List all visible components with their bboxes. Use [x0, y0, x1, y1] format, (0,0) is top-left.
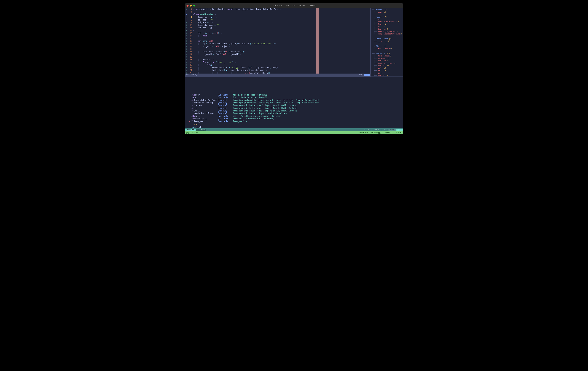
- editor-statusline: toolbox.py 16% 7:1: [185, 74, 370, 76]
- vista-item[interactable]: ├── render_to_string:4: [371, 31, 403, 33]
- vista-item[interactable]: └─▸ Variable [20]: [371, 52, 403, 55]
- fzf-prompt[interactable]: coc> fro: [185, 126, 403, 128]
- code-line[interactable]: +13 def __init__(self):¬: [185, 32, 370, 34]
- code-line[interactable]: +24 ¦ for ext in ['html', 'txt']:¬: [185, 61, 370, 64]
- code-line[interactable]: +10 template_name = ''¬: [185, 24, 370, 26]
- vista-item[interactable]: └── __init__:13: [371, 40, 403, 43]
- zoom-icon[interactable]: [193, 5, 195, 7]
- bottom-statusline: TERMINAL 16;#FZF — unix | utf-8 | fzf 10…: [185, 128, 403, 131]
- vista-item[interactable]: └─▸ Constructor [1]: [371, 38, 403, 40]
- fzf-prompt-label: coc>: [191, 126, 196, 128]
- fzf-result[interactable]: 3:Mail[Module] from sendgrid.helpers.mai…: [191, 107, 401, 109]
- window-title: ターミナル — tmux new-session — 208×55: [273, 4, 315, 7]
- mode-indicator: TERMINAL: [185, 129, 196, 131]
- fzf-result[interactable]: 4:TemplateDoesNotExist[Module] from djan…: [191, 99, 401, 101]
- vista-item[interactable]: ├── Email:3: [371, 23, 403, 26]
- code-line[interactable]: ~6class EmailSender:¬: [185, 13, 370, 16]
- code-line[interactable]: +25 ¦ ¦ try:¬: [185, 64, 370, 66]
- vista-item[interactable]: ├── to_email:8: [371, 57, 403, 60]
- fzf-result[interactable]: 3:Content[Module] from sendgrid.helpers.…: [191, 104, 401, 107]
- vista-item[interactable]: ├── self:13: [371, 67, 403, 69]
- terminal[interactable]: +4from django.template.loader import ren…: [185, 8, 403, 134]
- terminal-window: ターミナル — tmux new-session — 208×55 +4from…: [185, 3, 403, 134]
- tmux-statusline[interactable]: [0] 1:nvim* "app: vim toolboxapp/t" 07:5…: [185, 131, 403, 134]
- vista-item[interactable]: ├── self:16: [371, 69, 403, 72]
- tmux-right: "app: vim toolboxapp/t" 07:54 27- 3-1919: [359, 132, 402, 134]
- tmux-left[interactable]: [0] 1:nvim*: [186, 132, 198, 134]
- titlebar[interactable]: ターミナル — tmux new-session — 208×55: [185, 3, 403, 8]
- vista-item[interactable]: [371, 43, 403, 45]
- vista-item[interactable]: [371, 35, 403, 38]
- vista-item[interactable]: └─▸ Method [1]: [371, 9, 403, 11]
- buffer-name: toolbox.py: [185, 74, 357, 76]
- vista-item[interactable]: └─▸ Module [7]: [371, 16, 403, 18]
- fzf-result[interactable]: 2:SendGridAPIClient[Module] from sendgri…: [191, 112, 401, 115]
- fzf-result[interactable]: > 7:from_email[Variable] from_email = '': [191, 120, 401, 123]
- fzf-count: 11/30: [185, 123, 403, 126]
- code-line[interactable]: 5¬: [185, 11, 370, 13]
- code-line[interactable]: ~8 to_email = ''¬: [185, 19, 370, 21]
- vista-item[interactable]: ├── Content:3: [371, 28, 403, 31]
- code-line[interactable]: +18 ¦ subject = self.subject¬: [185, 45, 370, 48]
- vista-item[interactable]: ├── sg:17: [371, 72, 403, 74]
- minimize-icon[interactable]: [190, 5, 192, 7]
- traffic-lights: [187, 5, 195, 7]
- vista-item[interactable]: [371, 13, 403, 16]
- code-line[interactable]: +27 ¦ ¦ ¦ bodies[ext] = render_to_string…: [185, 69, 370, 72]
- vista-item[interactable]: └── send:16: [371, 11, 403, 13]
- vista-item[interactable]: ├── context:11: [371, 65, 403, 67]
- code-line[interactable]: +23 ¦ bodies = {}¬: [185, 58, 370, 61]
- vista-item[interactable]: ├── template_name:10: [371, 62, 403, 65]
- fzf-input[interactable]: fro: [196, 126, 200, 128]
- vista-item[interactable]: ├── os:1: [371, 18, 403, 21]
- vista-pane[interactable]: └─▸ Method [1] └── send:16 └─▸ Module [7…: [370, 8, 403, 76]
- code-line[interactable]: +15¬: [185, 37, 370, 40]
- editor-pane[interactable]: +4from django.template.loader import ren…: [185, 8, 370, 76]
- vista-item[interactable]: ├── subject:18: [371, 74, 403, 76]
- cursor-pos: 7:1: [364, 74, 370, 76]
- cursor-icon: [200, 126, 201, 128]
- vista-item[interactable]: ├── SendGridAPIClient:2: [371, 21, 403, 23]
- close-icon[interactable]: [187, 5, 189, 7]
- vista-item[interactable]: ├── subject:9: [371, 60, 403, 62]
- code-line[interactable]: +14 ¦ pass¬: [185, 34, 370, 37]
- code-line[interactable]: +9 subject = ''¬: [185, 21, 370, 24]
- vista-item[interactable]: └─▸ Class [1]: [371, 45, 403, 48]
- fzf-result[interactable]: 3:Email[Module] from sendgrid.helpers.ma…: [191, 109, 401, 112]
- fzf-pane[interactable]: 35:body[Variable] for t, body in bodies.…: [185, 76, 403, 131]
- fzf-result[interactable]: 35:t[Variable] for t, body in bodies.ite…: [191, 96, 401, 99]
- vista-item[interactable]: └── EmailSender:6: [371, 48, 403, 50]
- color-column: [316, 8, 319, 74]
- code-line[interactable]: +22¬: [185, 56, 370, 58]
- vista-item[interactable]: ├── from_email:7: [371, 55, 403, 57]
- vista-item[interactable]: ├── Mail:3: [371, 26, 403, 28]
- fzf-result[interactable]: 35:body[Variable] for t, body in bodies.…: [191, 94, 401, 96]
- code-line[interactable]: +28 ¦ ¦ ¦ ¦ ¦ ¦ ¦ ¦ ¦ ¦ self.context).st…: [185, 72, 370, 74]
- vista-item[interactable]: └── TemplateDoesNotExist:4: [371, 33, 403, 35]
- code-line[interactable]: +26 ¦ ¦ ¦ template_name = '{}.{}'.format…: [185, 66, 370, 69]
- scroll-percent: 16%: [357, 74, 364, 76]
- fzf-result[interactable]: 4:render_to_string[Module] from django.t…: [191, 101, 401, 104]
- code-line[interactable]: +4from django.template.loader import ren…: [185, 8, 370, 11]
- code-line[interactable]: ~7 from_email = ''¬: [185, 16, 370, 19]
- code-line[interactable]: +20 ¦ from_email = Email(self.from_email…: [185, 50, 370, 53]
- code-line[interactable]: +11 context = {}¬: [185, 26, 370, 29]
- code-line[interactable]: +19¬: [185, 48, 370, 50]
- fzf-result[interactable]: 33:mail[Variable] mail = Mail(from_email…: [191, 115, 401, 117]
- code-line[interactable]: +16 def send(self):¬: [185, 40, 370, 42]
- vista-item[interactable]: [371, 50, 403, 52]
- fzf-result[interactable]: 20:from_email[Variable] from_email = Ema…: [191, 117, 401, 120]
- code-line[interactable]: +17 ¦ sg = SendGridAPIClient(apikey=os.e…: [185, 42, 370, 45]
- code-line[interactable]: +12¬: [185, 29, 370, 32]
- status-file: 16;#FZF: [196, 129, 206, 131]
- code-line[interactable]: +21 ¦ to_email = Email(self.to_email)¬: [185, 53, 370, 56]
